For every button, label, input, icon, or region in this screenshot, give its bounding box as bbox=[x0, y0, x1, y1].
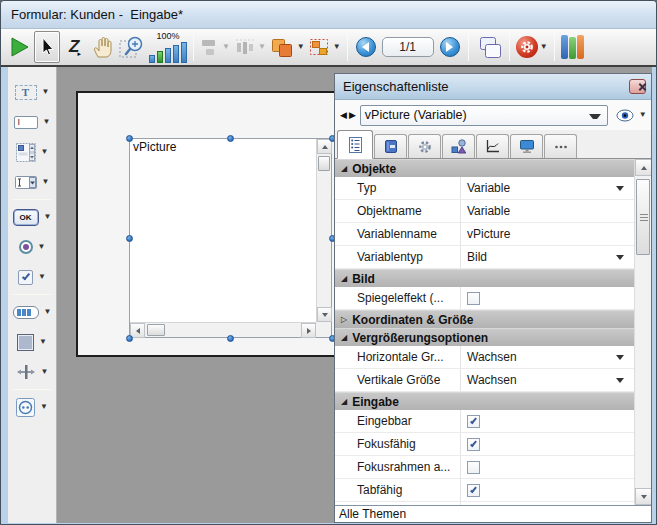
vpicture-vertical-scrollbar[interactable] bbox=[316, 139, 331, 322]
next-page-button[interactable] bbox=[437, 31, 463, 63]
chevron-down-icon[interactable]: ▼ bbox=[42, 178, 50, 186]
toolbox-item-label[interactable]: T ▼ bbox=[9, 77, 55, 107]
collapse-icon[interactable]: ◢ bbox=[341, 397, 347, 406]
toolbox-item-panel[interactable]: ▼ bbox=[9, 327, 55, 357]
toolbox-item-textbox[interactable]: I ▼ bbox=[9, 107, 55, 137]
page-indicator[interactable]: 1/1 bbox=[382, 37, 434, 57]
chevron-down-icon[interactable]: ▼ bbox=[333, 43, 341, 51]
toolbox-item-combobox[interactable]: ▼ bbox=[9, 167, 55, 197]
chevron-down-icon[interactable]: ▼ bbox=[43, 118, 51, 126]
chevron-down-icon[interactable]: ▼ bbox=[41, 148, 49, 156]
toolbox-item-listbox[interactable]: ▼ bbox=[9, 137, 55, 167]
zoom-region-button[interactable] bbox=[118, 31, 146, 63]
property-label: Objektname bbox=[335, 204, 460, 218]
toolbox-item-checkbox[interactable]: ▼ bbox=[9, 262, 55, 292]
toolbox-item-radiobutton[interactable]: ▼ bbox=[9, 232, 55, 262]
dropdown-caret-icon[interactable] bbox=[616, 378, 624, 383]
chevron-down-icon[interactable]: ▼ bbox=[40, 403, 48, 411]
zoom-level-button[interactable]: 100% bbox=[148, 31, 188, 63]
tab-properties[interactable] bbox=[337, 130, 373, 159]
vpicture-control[interactable]: vPicture bbox=[129, 138, 332, 338]
scrollbar-thumb[interactable] bbox=[318, 156, 330, 171]
property-checkbox[interactable] bbox=[467, 438, 480, 451]
property-value[interactable]: Wachsen bbox=[460, 350, 634, 364]
toolbox-item-custom-control[interactable]: ▼ bbox=[9, 392, 55, 422]
property-row: TypVariable bbox=[335, 177, 634, 200]
dropdown-caret-icon[interactable] bbox=[616, 186, 624, 191]
page-stack-button[interactable] bbox=[474, 31, 504, 63]
dropdown-caret-icon[interactable] bbox=[616, 355, 624, 360]
chevron-down-icon[interactable]: ▼ bbox=[38, 273, 46, 281]
vpicture-horizontal-scrollbar[interactable] bbox=[130, 322, 316, 337]
scrollbar-thumb[interactable] bbox=[636, 179, 650, 255]
property-grid-scrollbar[interactable] bbox=[634, 159, 651, 505]
property-value[interactable]: vPicture bbox=[460, 227, 634, 241]
section-header[interactable]: ◢Objekte bbox=[335, 159, 634, 177]
property-checkbox[interactable] bbox=[467, 484, 480, 497]
property-value[interactable]: Variable bbox=[460, 204, 634, 218]
tab-display[interactable] bbox=[510, 134, 543, 158]
dropdown-caret-icon[interactable] bbox=[616, 255, 624, 260]
next-object-button[interactable]: ▶ bbox=[348, 109, 357, 122]
scroll-up-icon[interactable] bbox=[635, 159, 651, 176]
run-button[interactable] bbox=[6, 31, 32, 63]
previous-object-button[interactable]: ◀ bbox=[339, 109, 348, 122]
scroll-right-icon[interactable] bbox=[301, 323, 316, 338]
chevron-down-icon[interactable]: ▼ bbox=[42, 88, 50, 96]
chevron-down-icon[interactable]: ▼ bbox=[540, 43, 548, 51]
tab-objects[interactable] bbox=[442, 134, 475, 158]
property-checkbox[interactable] bbox=[467, 415, 480, 428]
chevron-down-icon[interactable]: ▼ bbox=[44, 213, 52, 221]
property-checkbox[interactable] bbox=[467, 292, 480, 305]
scrollbar-thumb[interactable] bbox=[147, 324, 165, 336]
chevron-down-icon[interactable]: ▼ bbox=[41, 368, 49, 376]
selection-handle-bottom-left[interactable] bbox=[126, 335, 133, 342]
expand-icon[interactable]: ▷ bbox=[341, 315, 347, 324]
property-value[interactable]: Bild bbox=[460, 250, 634, 264]
isolate-region-button[interactable]: ▼ bbox=[308, 31, 342, 63]
selection-handle-middle-left[interactable] bbox=[126, 235, 133, 242]
selection-handle-bottom-center[interactable] bbox=[227, 335, 234, 342]
collapse-icon[interactable]: ◢ bbox=[341, 164, 347, 173]
panel-status-bar[interactable]: Alle Themen bbox=[335, 505, 651, 522]
previous-page-button[interactable] bbox=[353, 31, 379, 63]
toolbox-item-splitter[interactable]: ▼ bbox=[9, 357, 55, 387]
collapse-icon[interactable]: ◢ bbox=[341, 274, 347, 283]
chevron-down-icon[interactable]: ▼ bbox=[297, 43, 305, 51]
collapse-icon[interactable]: ◢ bbox=[341, 333, 347, 342]
toolbox-item-progressbar[interactable]: ▼ bbox=[9, 297, 55, 327]
select-tool-button[interactable] bbox=[34, 31, 60, 63]
tab-data[interactable] bbox=[374, 134, 407, 158]
selection-handle-top-left[interactable] bbox=[126, 135, 133, 142]
visibility-button[interactable]: ▼ bbox=[616, 109, 647, 122]
tab-order-button[interactable]: Z ▸ bbox=[62, 31, 88, 63]
pan-tool-button[interactable] bbox=[90, 31, 116, 63]
section-header[interactable]: ◢Eingabe bbox=[335, 392, 634, 410]
scroll-down-icon[interactable] bbox=[317, 307, 332, 322]
settings-button[interactable]: ▼ bbox=[515, 31, 549, 63]
tab-more[interactable] bbox=[544, 134, 577, 158]
toolbar-separator bbox=[509, 33, 510, 61]
tab-chart[interactable] bbox=[476, 134, 509, 158]
property-checkbox[interactable] bbox=[467, 461, 480, 474]
toolbox-item-button[interactable]: OK ▼ bbox=[9, 202, 55, 232]
property-label: Typ bbox=[335, 181, 460, 195]
property-value[interactable]: Variable bbox=[460, 181, 634, 195]
selection-handle-top-center[interactable] bbox=[227, 135, 234, 142]
tab-settings[interactable] bbox=[408, 134, 441, 158]
object-selector[interactable]: vPicture (Variable) bbox=[360, 105, 608, 126]
chevron-down-icon[interactable]: ▼ bbox=[38, 243, 46, 251]
chevron-down-icon[interactable]: ▼ bbox=[39, 338, 47, 346]
property-value[interactable]: Wachsen bbox=[460, 373, 634, 387]
section-header[interactable]: ▷Koordinaten & Größe bbox=[335, 310, 634, 328]
panel-titlebar[interactable]: Eigenschaftenliste bbox=[335, 74, 651, 100]
chevron-down-icon[interactable]: ▼ bbox=[44, 308, 52, 316]
section-header[interactable]: ◢Bild bbox=[335, 269, 634, 287]
window-titlebar[interactable]: Formular: Kunden - Eingabe* bbox=[1, 1, 656, 29]
chevron-down-icon[interactable]: ▼ bbox=[639, 111, 647, 119]
panel-close-button[interactable] bbox=[629, 79, 646, 94]
section-header[interactable]: ◢Vergrößerungsoptionen bbox=[335, 328, 634, 346]
scroll-down-icon[interactable] bbox=[635, 488, 651, 505]
arrange-overlap-button[interactable]: ▼ bbox=[269, 31, 306, 63]
themes-button[interactable] bbox=[560, 31, 586, 63]
